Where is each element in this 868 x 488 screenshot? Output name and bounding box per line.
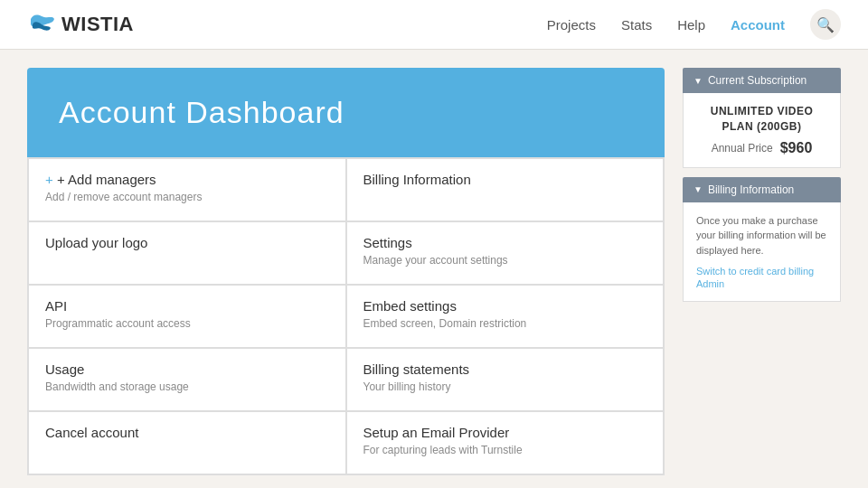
main-nav: Projects Stats Help Account 🔍 [547, 9, 841, 40]
billing-header: ▼ Billing Information [683, 177, 841, 202]
grid-item-billing-info[interactable]: Billing Information [347, 159, 664, 221]
grid-item-email-provider-subtitle: For capturing leads with Turnstile [363, 444, 647, 456]
main-header: WISTIA Projects Stats Help Account 🔍 [0, 0, 868, 50]
billing-header-label: Billing Information [708, 183, 794, 196]
grid-item-billing-statements-title: Billing statements [363, 361, 647, 377]
wistia-logo-icon [27, 12, 56, 37]
billing-body: Once you make a purchase your billing in… [683, 202, 841, 303]
grid-item-add-managers[interactable]: + + Add managers Add / remove account ma… [29, 159, 345, 221]
grid-item-settings-subtitle: Manage your account settings [363, 254, 647, 267]
grid-item-email-provider[interactable]: Setup an Email Provider For capturing le… [347, 412, 664, 474]
nav-help[interactable]: Help [677, 17, 705, 33]
grid-item-api[interactable]: API Programmatic account access [29, 286, 345, 347]
grid-item-add-managers-subtitle: Add / remove account managers [45, 191, 329, 203]
plan-price: $960 [780, 140, 813, 156]
billing-arrow-icon: ▼ [693, 184, 703, 194]
right-panel: ▼ Current Subscription UNLIMITED VIDEO P… [683, 68, 841, 470]
grid-item-api-subtitle: Programmatic account access [45, 317, 329, 330]
plan-name: UNLIMITED VIDEO PLAN (200GB) [696, 104, 827, 135]
grid-item-cancel-account-title: Cancel account [45, 425, 329, 440]
grid-item-settings[interactable]: Settings Manage your account settings [347, 222, 664, 284]
left-panel: Account Dashboard + + Add managers Add /… [27, 68, 665, 470]
grid-item-email-provider-title: Setup an Email Provider [363, 425, 647, 440]
billing-link[interactable]: Switch to credit card billing Admin [696, 266, 814, 289]
grid-item-embed-settings-subtitle: Embed screen, Domain restriction [363, 317, 647, 330]
grid-item-usage[interactable]: Usage Bandwidth and storage usage [29, 349, 345, 410]
billing-description: Once you make a purchase your billing in… [696, 213, 827, 258]
nav-account[interactable]: Account [731, 17, 785, 33]
grid-item-cancel-account[interactable]: Cancel account [29, 412, 345, 474]
grid-item-billing-info-title: Billing Information [363, 172, 647, 187]
grid-item-add-managers-title: + + Add managers [45, 172, 329, 187]
search-button[interactable]: 🔍 [810, 9, 841, 40]
subscription-header: ▼ Current Subscription [683, 68, 841, 93]
grid-item-upload-logo-title: Upload your logo [45, 235, 329, 250]
subscription-header-label: Current Subscription [708, 74, 807, 87]
nav-stats[interactable]: Stats [621, 17, 652, 33]
plan-price-row: Annual Price $960 [696, 140, 827, 156]
main-content: Account Dashboard + + Add managers Add /… [0, 50, 868, 488]
dashboard-header: Account Dashboard [27, 68, 665, 157]
search-icon: 🔍 [816, 16, 835, 33]
subscription-body: UNLIMITED VIDEO PLAN (200GB) Annual Pric… [683, 93, 841, 168]
nav-projects[interactable]: Projects [547, 17, 596, 33]
grid-item-api-title: API [45, 298, 329, 314]
subscription-arrow-icon: ▼ [693, 76, 703, 86]
grid-item-embed-settings[interactable]: Embed settings Embed screen, Domain rest… [347, 286, 664, 347]
dashboard-grid: + + Add managers Add / remove account ma… [27, 157, 665, 475]
grid-item-usage-title: Usage [45, 361, 329, 377]
grid-item-billing-statements-subtitle: Your billing history [363, 380, 647, 393]
dashboard-title: Account Dashboard [59, 95, 633, 130]
grid-item-usage-subtitle: Bandwidth and storage usage [45, 380, 329, 393]
grid-item-upload-logo[interactable]: Upload your logo [29, 222, 345, 284]
subscription-section: ▼ Current Subscription UNLIMITED VIDEO P… [683, 68, 841, 168]
grid-item-billing-statements[interactable]: Billing statements Your billing history [347, 349, 664, 410]
logo-text: WISTIA [61, 13, 134, 36]
grid-item-settings-title: Settings [363, 235, 647, 250]
grid-item-embed-settings-title: Embed settings [363, 298, 647, 314]
annual-label: Annual Price [712, 142, 773, 155]
logo[interactable]: WISTIA [27, 12, 134, 37]
billing-section: ▼ Billing Information Once you make a pu… [683, 177, 841, 303]
